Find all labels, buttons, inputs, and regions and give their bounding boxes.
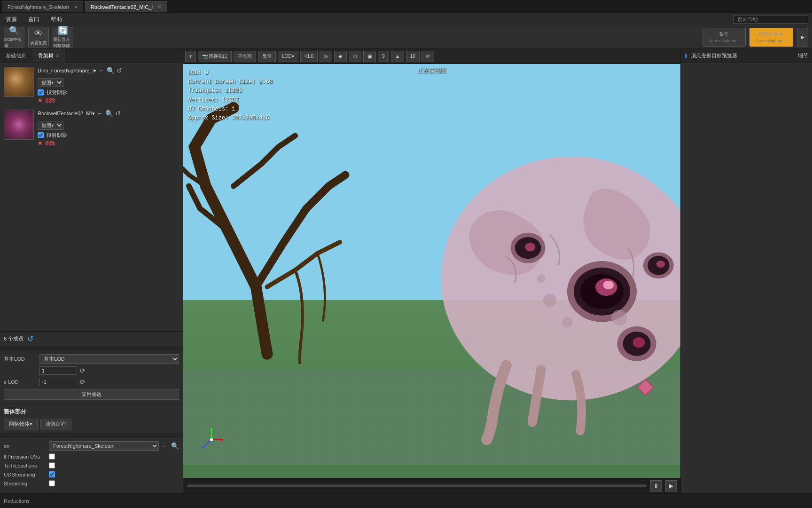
skeleton-panel-sub: ForestNightma... <box>709 39 740 43</box>
lod-input-2[interactable] <box>39 378 77 386</box>
vp-light-btn[interactable]: 平光照 <box>234 51 256 62</box>
refresh-icon-1[interactable]: ↺ <box>117 67 122 74</box>
delete-label-1[interactable]: 删除 <box>45 97 55 104</box>
search-help-input[interactable] <box>733 15 808 24</box>
material-info-2: RockwellTentacle02_MI▾ ← 🔍 ↺ 贴图▾ 投射阴影 <box>38 110 179 147</box>
search-icon: 🔍 <box>8 25 20 36</box>
toolbar-btn-search[interactable]: 🔍 ECB中搜索 <box>4 27 24 48</box>
tab-rockwell-close[interactable]: ✕ <box>157 4 161 9</box>
hud-overlay: LOD: 0 Current Screen Size: 2.60 Triangl… <box>188 69 273 123</box>
hud-lod: LOD: 0 <box>188 69 273 78</box>
vp-num-btn[interactable]: 9 <box>378 51 389 62</box>
viewport-label: 正在前视图 <box>418 67 446 75</box>
vp-lod-btn[interactable]: LOD▾ <box>278 51 298 62</box>
tab-skeleton-tree-label: 骨架树 <box>38 52 54 59</box>
vp-show-btn[interactable]: 显示 <box>258 51 276 62</box>
menu-resources[interactable]: 资源 <box>4 15 19 24</box>
lod-select[interactable]: 基本LOD <box>39 354 179 364</box>
preview-icon: 👁 <box>33 28 44 39</box>
cast-shadow-checkbox-1[interactable] <box>38 89 44 95</box>
material-name-2: RockwellTentacle02_MI▾ <box>38 111 95 117</box>
expand-panel-btn[interactable]: ▶ <box>797 28 808 47</box>
right-panel-header: ℹ 顶点变形目标预览器 细节 <box>681 49 812 63</box>
refresh-icon-2[interactable]: ↺ <box>115 110 121 117</box>
toolbar-btn-preview[interactable]: 👁 设置预览 <box>28 27 49 48</box>
streaming-checkbox[interactable] <box>49 480 55 486</box>
toolbar: 🔍 ECB中搜索 👁 设置预览 🔄 重新导入网格物体 骨架 ForestNigh… <box>0 25 812 49</box>
lod-streaming-checkbox[interactable] <box>49 471 55 477</box>
vp-misc3-btn[interactable]: ⬡ <box>349 51 361 62</box>
menu-window[interactable]: 窗口 <box>26 15 41 24</box>
bl-lodstreaming-label: ODStreaming <box>4 472 46 477</box>
bl-row-tri: Tri Reductions <box>4 462 179 468</box>
play-btn[interactable]: ▶ <box>665 480 677 492</box>
bl-row-precision: ll Precision UVs <box>4 453 179 460</box>
arrow-left-icon-1[interactable]: ← <box>98 67 105 74</box>
bl-precision-label: ll Precision UVs <box>4 454 46 460</box>
lod-apply-btn[interactable]: 应用修改 <box>4 389 179 400</box>
material-dropdown-2[interactable]: 贴图▾ <box>38 121 63 130</box>
detail-label[interactable]: 细节 <box>798 52 808 59</box>
tab-skeleton[interactable]: ForestNightmare_Skeleton ✕ <box>2 1 83 12</box>
lod-spinner-2[interactable]: ⟳ <box>80 378 86 386</box>
precision-uvs-checkbox[interactable] <box>49 453 55 460</box>
bl-skeleton-select[interactable]: ForestNightmare_Skeleton <box>49 441 159 451</box>
info-icon[interactable]: ℹ <box>685 52 687 60</box>
timeline-slider[interactable] <box>187 484 647 487</box>
tab-rockwell[interactable]: RockwellTentacle02_MIC_l ✕ <box>85 1 167 12</box>
vp-settings-btn[interactable]: ⚙ <box>422 51 434 62</box>
menu-help[interactable]: 帮助 <box>49 15 64 24</box>
lod-e-label: e LOD <box>4 379 37 385</box>
material-dropdown-1[interactable]: 贴图▾ <box>38 78 63 87</box>
delete-label-2[interactable]: 删除 <box>45 140 55 147</box>
separator-1 <box>0 346 183 350</box>
clear-all-btn[interactable]: 清除所有 <box>40 419 71 429</box>
tab-basic-info[interactable]: 基础信息 <box>0 49 32 63</box>
mat-shadow-row-2: 投射阴影 <box>38 132 179 139</box>
vp-misc1-btn[interactable]: ◎ <box>320 51 332 62</box>
vp-x10-btn[interactable]: ×1.0 <box>300 51 318 62</box>
svg-point-14 <box>633 337 645 348</box>
svg-line-25 <box>202 440 211 448</box>
tab-skeleton-close[interactable]: ✕ <box>74 4 78 9</box>
vp-dropdown-btn[interactable]: ▾ <box>185 51 196 62</box>
skeleton-panel-title: 骨架 <box>719 31 729 38</box>
body-parts-title: 整体部分 <box>4 408 179 416</box>
tri-reductions-checkbox[interactable] <box>49 462 55 468</box>
skeleton-panel-btn[interactable]: 骨架 ForestNightma... <box>703 28 746 47</box>
mesh-panel-btn[interactable]: 网格物体 ★ ForestNightma... <box>750 28 793 47</box>
delete-icon-2: ✕ <box>38 140 42 147</box>
cast-shadow-checkbox-2[interactable] <box>38 132 44 138</box>
bl-skeleton-label: on <box>4 443 46 449</box>
toolbar-btn-reimport[interactable]: 🔄 重新导入网格物体 <box>53 27 73 48</box>
viewport-content[interactable]: LOD: 0 Current Screen Size: 2.60 Triangl… <box>183 64 680 493</box>
material-list: Dino_ForestNightmare_l▾ ← 🔍 ↺ 贴图▾ 投射阴影 <box>0 63 183 331</box>
vp-misc4-btn[interactable]: ▣ <box>363 51 376 62</box>
bl-streaming-label: Streaming <box>4 481 46 486</box>
pause-btn[interactable]: ⏸ <box>650 480 662 492</box>
lod-input-1[interactable] <box>39 366 77 375</box>
reimport-icon: 🔄 <box>57 25 69 36</box>
lod-spinner-1[interactable]: ⟳ <box>80 367 86 374</box>
svg-point-19 <box>537 274 546 283</box>
vp-perspective-btn[interactable]: 📷 透视视口 <box>198 51 232 62</box>
material-name-1: Dino_ForestNightmare_l▾ <box>38 68 96 74</box>
svg-point-0 <box>441 157 680 400</box>
arrow-left-icon-2[interactable]: ← <box>97 110 103 117</box>
bl-skeleton-search[interactable]: 🔍 <box>171 442 179 450</box>
vp-misc2-btn[interactable]: ◉ <box>334 51 347 62</box>
lod-row-2: ⟳ <box>4 366 179 375</box>
material-item-1: Dino_ForestNightmare_l▾ ← 🔍 ↺ 贴图▾ 投射阴影 <box>4 67 179 104</box>
search-icon-2[interactable]: 🔍 <box>105 110 113 117</box>
morph-target-title: 顶点变形目标预览器 <box>691 52 737 59</box>
vp-tri-btn[interactable]: ▲ <box>391 51 404 62</box>
tab-skeleton-tree[interactable]: 骨架树 ✕ <box>32 49 65 63</box>
panel-tab-close[interactable]: ✕ <box>55 53 59 58</box>
cast-shadow-label-2: 投射阴影 <box>47 132 67 139</box>
vp-num2-btn[interactable]: 10 <box>406 51 420 62</box>
mat-shadow-row-1: 投射阴影 <box>38 89 179 96</box>
mesh-object-btn[interactable]: 网格物体▾ <box>4 419 38 429</box>
bl-skeleton-arrow[interactable]: ← <box>162 442 168 450</box>
search-icon-1[interactable]: 🔍 <box>107 67 115 74</box>
members-refresh-icon[interactable]: ↺ <box>27 334 33 343</box>
